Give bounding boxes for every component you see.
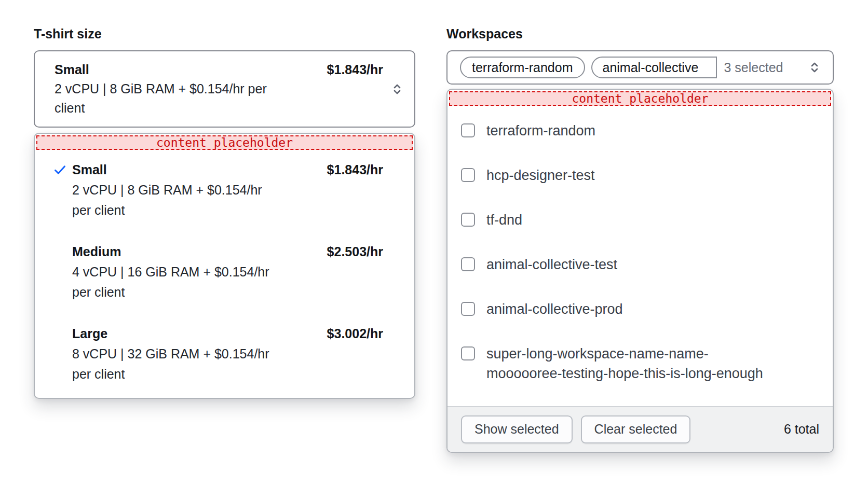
workspace-name: hcp-designer-test	[486, 165, 595, 185]
workspace-option-hcp-designer-test[interactable]: hcp-designer-test	[461, 165, 822, 185]
option-description: 4 vCPU | 16 GiB RAM + $0.154/hr per clie…	[72, 262, 383, 302]
tshirt-size-section: T-shirt size Small $1.843/hr 2 vCPU | 8 …	[34, 26, 415, 399]
checkbox-unchecked[interactable]	[461, 123, 475, 137]
workspace-option-animal-collective-prod[interactable]: animal-collective-prod	[461, 299, 822, 319]
tag-animal-collective[interactable]: animal-collective	[591, 57, 717, 78]
workspace-option-super-long-name[interactable]: super-long-workspace-name-name- mooooore…	[461, 344, 822, 383]
check-placeholder	[52, 242, 72, 302]
chevron-updown-icon	[389, 81, 405, 97]
option-content: Large $3.002/hr 8 vCPU | 32 GiB RAM + $0…	[72, 324, 383, 384]
selected-size-price: $1.843/hr	[327, 60, 383, 79]
workspaces-trigger[interactable]: terraform-random animal-collective 3 sel…	[446, 50, 834, 85]
checkbox-unchecked[interactable]	[461, 213, 475, 227]
workspace-name: super-long-workspace-name-name- mooooore…	[486, 344, 763, 383]
workspace-option-tf-dnd[interactable]: tf-dnd	[461, 210, 822, 230]
option-description: 2 vCPU | 8 GiB RAM + $0.154/hr per clien…	[72, 180, 383, 220]
option-title: Large	[72, 324, 107, 344]
option-description: 8 vCPU | 32 GiB RAM + $0.154/hr per clie…	[72, 344, 383, 384]
dropdown-footer: Show selected Clear selected 6 total	[447, 406, 833, 452]
clear-selected-button[interactable]: Clear selected	[581, 415, 691, 443]
workspaces-dropdown: content placeholder terraform-random hcp…	[446, 89, 834, 453]
option-content: Small $1.843/hr 2 vCPU | 8 GiB RAM + $0.…	[72, 160, 383, 220]
selected-size-title: Small	[55, 60, 89, 79]
size-options-list: Small $1.843/hr 2 vCPU | 8 GiB RAM + $0.…	[35, 151, 414, 384]
total-count: 6 total	[784, 422, 819, 437]
size-option-small[interactable]: Small $1.843/hr 2 vCPU | 8 GiB RAM + $0.…	[35, 160, 414, 220]
tshirt-size-dropdown: content placeholder Small $1.843/hr 2 vC…	[34, 133, 415, 399]
workspace-options-list: terraform-random hcp-designer-test tf-dn…	[447, 107, 833, 406]
option-title: Medium	[72, 242, 121, 262]
option-price: $1.843/hr	[327, 160, 383, 180]
workspace-name: tf-dnd	[486, 210, 522, 230]
workspace-name: animal-collective-test	[486, 255, 617, 274]
checkbox-unchecked[interactable]	[461, 168, 475, 182]
size-option-large[interactable]: Large $3.002/hr 8 vCPU | 32 GiB RAM + $0…	[35, 324, 414, 384]
workspaces-section: Workspaces terraform-random animal-colle…	[446, 26, 834, 453]
check-icon	[52, 160, 72, 220]
workspace-option-terraform-random[interactable]: terraform-random	[461, 121, 822, 141]
checkbox-unchecked[interactable]	[461, 257, 475, 271]
content-placeholder-banner: content placeholder	[36, 135, 413, 150]
selected-size-description: 2 vCPU | 8 GiB RAM + $0.154/hr per clien…	[55, 79, 383, 118]
option-price: $3.002/hr	[327, 324, 383, 344]
workspace-option-animal-collective-test[interactable]: animal-collective-test	[461, 255, 822, 274]
selected-count: 3 selected	[724, 60, 783, 75]
tshirt-size-label: T-shirt size	[34, 26, 415, 41]
chevron-updown-icon	[807, 60, 822, 75]
tshirt-size-trigger[interactable]: Small $1.843/hr 2 vCPU | 8 GiB RAM + $0.…	[34, 50, 415, 128]
content-placeholder-banner: content placeholder	[449, 91, 831, 106]
checkbox-unchecked[interactable]	[461, 302, 475, 316]
show-selected-button[interactable]: Show selected	[461, 415, 573, 443]
check-placeholder	[52, 324, 72, 384]
workspace-name: terraform-random	[486, 121, 595, 141]
option-content: Medium $2.503/hr 4 vCPU | 16 GiB RAM + $…	[72, 242, 383, 302]
size-option-medium[interactable]: Medium $2.503/hr 4 vCPU | 16 GiB RAM + $…	[35, 242, 414, 302]
checkbox-unchecked[interactable]	[461, 346, 475, 360]
trigger-title-row: Small $1.843/hr	[55, 60, 383, 79]
option-price: $2.503/hr	[327, 242, 383, 262]
workspace-name: animal-collective-prod	[486, 299, 623, 319]
option-title: Small	[72, 160, 107, 180]
tag-terraform-random[interactable]: terraform-random	[460, 57, 585, 78]
workspaces-label: Workspaces	[446, 26, 834, 41]
